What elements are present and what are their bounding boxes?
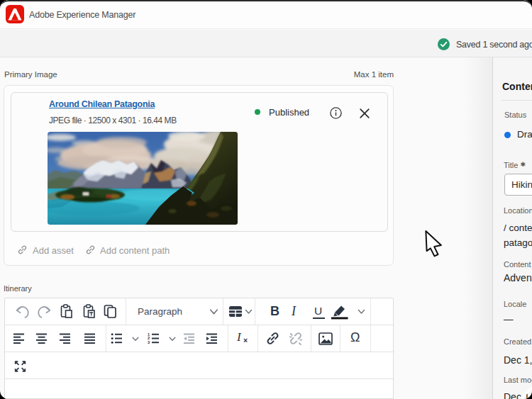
svg-text:3: 3 — [148, 340, 150, 344]
